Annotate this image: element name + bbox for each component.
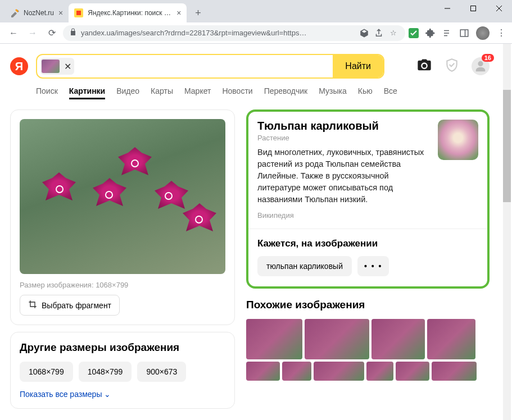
tab-search[interactable]: Поиск	[36, 86, 58, 99]
page-content: Я ✕ Найти 16 Поиск Картинки Видео Карты …	[0, 44, 512, 420]
tab-music[interactable]: Музыка	[319, 86, 347, 99]
detection-ring[interactable]	[131, 159, 139, 167]
search-image-chip: ✕	[40, 58, 74, 75]
close-window-button[interactable]	[486, 0, 512, 17]
translate-icon[interactable]	[359, 28, 369, 38]
tab-news[interactable]: Новости	[222, 86, 252, 99]
camera-icon[interactable]	[416, 57, 432, 75]
url-text: yandex.ua/images/search?rdrnd=228173&rpt…	[81, 29, 355, 37]
similar-image[interactable]	[314, 362, 364, 381]
tab-translate[interactable]: Переводчик	[264, 86, 308, 99]
star-icon[interactable]: ☆	[388, 28, 398, 38]
lock-icon	[70, 28, 76, 38]
other-sizes-card: Другие размеры изображения 1068×799 1048…	[10, 332, 235, 409]
tab-maps[interactable]: Карты	[151, 86, 173, 99]
svg-rect-2	[471, 6, 476, 11]
entity-highlight: Тюльпан карликовый Растение Вид многолет…	[246, 109, 490, 289]
size-chips: 1068×799 1048×799 900×673	[20, 362, 225, 382]
image-card: Размер изображения: 1068×799 Выбрать фра…	[10, 109, 235, 325]
tab-all[interactable]: Все	[384, 86, 397, 99]
browser-titlebar: NozNet.ru × Яндекс.Картинки: поиск по из…	[0, 0, 512, 22]
similar-title: Похожие изображения	[246, 299, 490, 311]
window-controls	[434, 0, 512, 17]
tab-favicon	[10, 8, 19, 17]
tab-market[interactable]: Маркет	[184, 86, 211, 99]
notification-badge: 16	[482, 54, 494, 62]
other-sizes-title: Другие размеры изображения	[20, 341, 225, 354]
show-all-label: Показать все размеры	[20, 390, 102, 399]
svg-rect-6	[460, 30, 468, 36]
tab-q[interactable]: Кью	[358, 86, 373, 99]
seems-title: Кажется, на изображении	[257, 238, 478, 249]
close-icon[interactable]: ×	[176, 8, 181, 17]
more-tags-button[interactable]: • • •	[357, 256, 389, 276]
similar-image[interactable]	[246, 362, 280, 381]
reading-list-icon[interactable]	[442, 28, 452, 38]
similar-images-section: Похожие изображения	[246, 299, 490, 381]
tab-video[interactable]: Видео	[116, 86, 139, 99]
left-column: Размер изображения: 1068×799 Выбрать фра…	[10, 109, 235, 416]
shield-icon[interactable]	[445, 58, 459, 75]
entity-description: Вид многолетних, луковичных, травянистых…	[257, 147, 431, 206]
forward-button[interactable]: →	[25, 25, 40, 41]
yandex-logo[interactable]: Я	[10, 57, 28, 75]
crop-icon	[28, 300, 37, 311]
detection-ring[interactable]	[195, 216, 203, 223]
detection-ring[interactable]	[165, 192, 173, 200]
detection-ring[interactable]	[105, 191, 113, 199]
extensions-icon[interactable]	[425, 28, 436, 38]
similar-grid	[246, 319, 490, 381]
tab-favicon	[74, 8, 83, 17]
close-icon[interactable]: ×	[58, 8, 63, 17]
size-chip[interactable]: 900×673	[137, 362, 186, 382]
minimize-button[interactable]	[434, 0, 460, 17]
entity-thumbnail[interactable]	[438, 120, 478, 160]
right-column: Тюльпан карликовый Растение Вид многолет…	[246, 109, 490, 416]
maximize-button[interactable]	[460, 0, 486, 17]
user-avatar[interactable]: 16	[472, 57, 490, 75]
tab-images[interactable]: Картинки	[69, 86, 105, 99]
search-button[interactable]: Найти	[333, 55, 383, 77]
size-chip[interactable]: 1048×799	[79, 362, 132, 382]
similar-image[interactable]	[427, 319, 475, 359]
similar-image[interactable]	[282, 362, 311, 381]
chevron-down-icon: ⌄	[104, 390, 111, 399]
similar-image[interactable]	[246, 319, 302, 359]
tab-title: Яндекс.Картинки: поиск по изоб	[88, 9, 172, 17]
entity-source[interactable]: Википедия	[257, 211, 478, 220]
crop-button-label: Выбрать фрагмент	[42, 301, 111, 310]
entity-type: Растение	[257, 134, 431, 142]
browser-tab-1[interactable]: NozNet.ru ×	[4, 3, 69, 22]
size-chip[interactable]: 1068×799	[20, 362, 73, 382]
similar-image[interactable]	[371, 319, 425, 359]
remove-image-icon[interactable]: ✕	[62, 61, 73, 72]
header-icons: 16	[416, 57, 490, 75]
reload-button[interactable]: ⟳	[44, 25, 60, 41]
scrollbar-thumb[interactable]	[503, 90, 511, 202]
profile-avatar[interactable]	[476, 26, 490, 40]
entity-title[interactable]: Тюльпан карликовый	[257, 120, 431, 133]
similar-image[interactable]	[432, 362, 477, 381]
check-icon[interactable]	[409, 28, 419, 38]
similar-image[interactable]	[305, 319, 369, 359]
search-row: Я ✕ Найти 16	[10, 54, 490, 79]
similar-image[interactable]	[396, 362, 429, 381]
show-all-sizes-link[interactable]: Показать все размеры ⌄	[20, 390, 111, 399]
uploaded-image[interactable]	[20, 119, 225, 274]
crop-button[interactable]: Выбрать фрагмент	[20, 295, 120, 316]
side-panel-icon[interactable]	[459, 28, 469, 38]
seems-tag[interactable]: тюльпан карликовый	[257, 256, 352, 276]
main-columns: Размер изображения: 1068×799 Выбрать фра…	[10, 109, 490, 416]
new-tab-button[interactable]: +	[190, 5, 206, 21]
image-size-label: Размер изображения: 1068×799	[20, 281, 225, 289]
url-field[interactable]: yandex.ua/images/search?rdrnd=228173&rpt…	[63, 25, 405, 41]
share-icon[interactable]	[374, 28, 384, 38]
divider	[248, 229, 487, 229]
back-button[interactable]: ←	[6, 25, 21, 41]
browser-tab-2[interactable]: Яндекс.Картинки: поиск по изоб ×	[69, 3, 187, 22]
tab-title: NozNet.ru	[24, 9, 54, 17]
detection-ring[interactable]	[56, 185, 64, 193]
similar-image[interactable]	[366, 362, 393, 381]
menu-icon[interactable]: ⋮	[496, 28, 506, 38]
search-box[interactable]: ✕ Найти	[36, 54, 384, 79]
